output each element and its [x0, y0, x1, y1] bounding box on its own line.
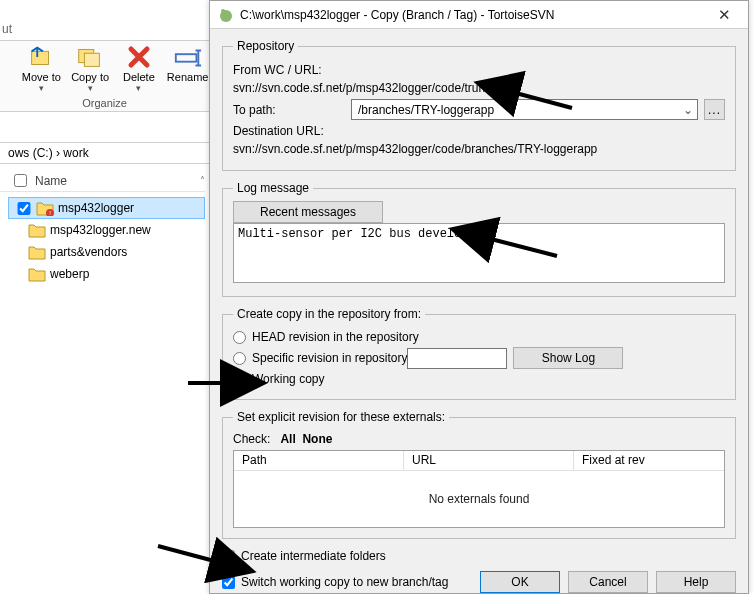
chevron-down-icon: ▾: [136, 83, 141, 93]
externals-col-path[interactable]: Path: [234, 451, 404, 470]
item-label: msp432logger.new: [50, 223, 151, 237]
externals-check-label: Check:: [233, 432, 270, 446]
ribbon-tab-cut: ut: [0, 22, 12, 36]
create-copy-group: Create copy in the repository from: HEAD…: [222, 307, 736, 400]
folder-icon: [28, 244, 46, 260]
breadcrumb-text: ows (C:) › work: [8, 146, 89, 160]
folder-icon: [28, 266, 46, 282]
specific-revision-input[interactable]: [407, 348, 507, 369]
column-header-name[interactable]: Name ˄: [0, 170, 205, 192]
show-log-button[interactable]: Show Log: [513, 347, 623, 369]
to-path-combo[interactable]: /branches/TRY-loggerapp ⌄: [351, 99, 698, 120]
create-copy-legend: Create copy in the repository from:: [233, 307, 425, 321]
ribbon: Move to ▾ Copy to ▾ Delete ▾ Rename Orga…: [0, 40, 215, 112]
item-label: weberp: [50, 267, 89, 281]
log-message-input[interactable]: [233, 223, 725, 283]
list-item[interactable]: !msp432logger: [8, 197, 205, 219]
switch-wc-label: Switch working copy to new branch/tag: [241, 575, 448, 589]
list-item[interactable]: parts&vendors: [8, 241, 205, 263]
branch-tag-dialog: C:\work\msp432logger - Copy (Branch / Ta…: [209, 0, 749, 594]
log-message-group: Log message Recent messages: [222, 181, 736, 297]
folder-icon: !: [36, 200, 54, 216]
close-button[interactable]: ✕: [704, 6, 744, 24]
head-revision-label: HEAD revision in the repository: [252, 330, 419, 344]
log-message-legend: Log message: [233, 181, 313, 195]
breadcrumb[interactable]: ows (C:) › work: [0, 142, 215, 164]
from-url-label: From WC / URL:: [233, 63, 351, 77]
svg-rect-2: [85, 53, 100, 66]
help-button[interactable]: Help: [656, 571, 736, 593]
externals-group: Set explicit revision for these external…: [222, 410, 736, 539]
item-label: parts&vendors: [50, 245, 127, 259]
from-url-value: svn://svn.code.sf.net/p/msp432logger/cod…: [233, 81, 725, 95]
head-revision-radio[interactable]: [233, 331, 246, 344]
repository-legend: Repository: [233, 39, 298, 53]
column-header-label: Name: [35, 174, 67, 188]
list-item[interactable]: weberp: [8, 263, 205, 285]
delete-label: Delete: [123, 71, 155, 83]
specific-revision-label: Specific revision in repository: [252, 351, 407, 365]
chevron-down-icon[interactable]: ⌄: [679, 103, 697, 117]
rename-button[interactable]: Rename: [166, 45, 209, 83]
to-path-value: /branches/TRY-loggerapp: [352, 103, 679, 117]
move-to-button[interactable]: Move to ▾: [20, 45, 63, 93]
to-path-label: To path:: [233, 103, 351, 117]
destination-url-value: svn://svn.code.sf.net/p/msp432logger/cod…: [233, 142, 725, 156]
cancel-button[interactable]: Cancel: [568, 571, 648, 593]
chevron-down-icon: ▾: [39, 83, 44, 93]
rename-label: Rename: [167, 71, 209, 83]
ok-button[interactable]: OK: [480, 571, 560, 593]
recent-messages-button[interactable]: Recent messages: [233, 201, 383, 223]
move-to-label: Move to: [22, 71, 61, 83]
working-copy-radio[interactable]: [233, 373, 246, 386]
externals-all-link[interactable]: All: [280, 432, 295, 446]
externals-empty: No externals found: [234, 471, 724, 527]
externals-col-fixed[interactable]: Fixed at rev: [574, 451, 724, 470]
item-label: msp432logger: [58, 201, 134, 215]
copy-to-button[interactable]: Copy to ▾: [69, 45, 112, 93]
delete-button[interactable]: Delete ▾: [118, 45, 161, 93]
switch-wc-checkbox[interactable]: [222, 576, 235, 589]
copy-to-label: Copy to: [71, 71, 109, 83]
sort-arrow-icon: ˄: [200, 175, 205, 186]
titlebar: C:\work\msp432logger - Copy (Branch / Ta…: [210, 1, 748, 29]
svg-rect-3: [175, 54, 196, 62]
externals-table: Path URL Fixed at rev No externals found: [233, 450, 725, 528]
list-item[interactable]: msp432logger.new: [8, 219, 205, 241]
externals-legend: Set explicit revision for these external…: [233, 410, 449, 424]
working-copy-label: Working copy: [252, 372, 324, 386]
repository-group: Repository From WC / URL: svn://svn.code…: [222, 39, 736, 171]
chevron-down-icon: ▾: [88, 83, 93, 93]
create-intermediate-checkbox[interactable]: [222, 550, 235, 563]
titlebar-text: C:\work\msp432logger - Copy (Branch / Ta…: [240, 8, 704, 22]
folder-icon: [28, 222, 46, 238]
svg-rect-0: [32, 51, 49, 64]
create-intermediate-label: Create intermediate folders: [241, 549, 386, 563]
externals-col-url[interactable]: URL: [404, 451, 574, 470]
destination-url-label: Destination URL:: [233, 124, 725, 138]
svg-point-7: [221, 9, 225, 13]
ribbon-group-label: Organize: [0, 97, 209, 109]
externals-none-link[interactable]: None: [302, 432, 332, 446]
folder-list: !msp432loggermsp432logger.newparts&vendo…: [8, 197, 205, 285]
tortoisesvn-icon: [218, 7, 234, 23]
select-all-checkbox[interactable]: [14, 174, 27, 187]
specific-revision-radio[interactable]: [233, 352, 246, 365]
item-checkbox[interactable]: [17, 202, 31, 215]
browse-button[interactable]: ...: [704, 99, 725, 120]
